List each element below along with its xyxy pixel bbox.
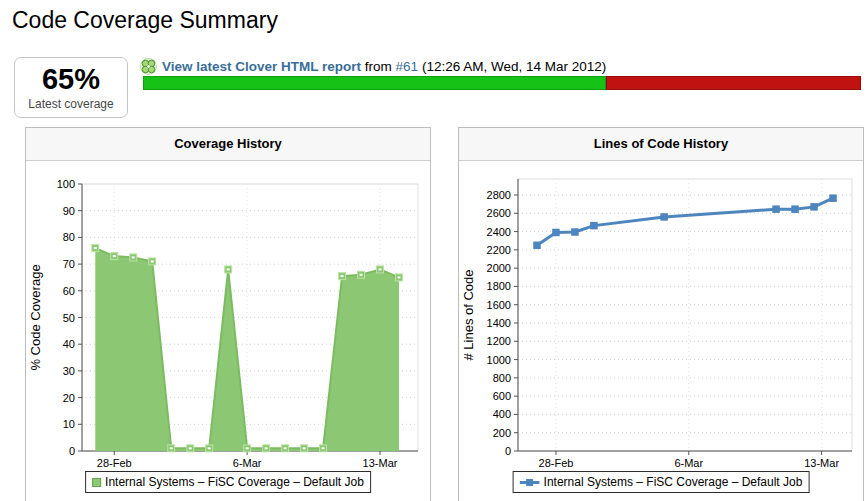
- svg-text:% Code Coverage: % Code Coverage: [28, 264, 43, 370]
- svg-text:1200: 1200: [487, 335, 511, 347]
- svg-text:6-Mar: 6-Mar: [674, 457, 703, 469]
- lines-of-code-chart: 0200400600800100012001400160018002000220…: [459, 161, 863, 501]
- svg-text:2000: 2000: [487, 262, 511, 274]
- svg-text:60: 60: [63, 285, 75, 297]
- panel-coverage-history: Coverage History 01020304050607080901002…: [25, 127, 431, 501]
- clover-icon: [140, 58, 157, 75]
- build-timestamp: (12:26 AM, Wed, 14 Mar 2012): [422, 59, 606, 74]
- svg-text:13-Mar: 13-Mar: [804, 457, 839, 469]
- latest-coverage-box: 65% Latest coverage: [14, 57, 128, 118]
- panel-lines-of-code-history: Lines of Code History 020040060080010001…: [458, 127, 864, 501]
- build-number-link[interactable]: #61: [396, 59, 419, 74]
- coverage-bar-remainder: [606, 76, 861, 90]
- svg-text:90: 90: [63, 205, 75, 217]
- svg-text:80: 80: [63, 231, 75, 243]
- svg-text:10: 10: [63, 418, 75, 430]
- svg-text:13-Mar: 13-Mar: [363, 457, 398, 469]
- svg-text:0: 0: [69, 445, 75, 457]
- clover-report-line: View latest Clover HTML report from #61 …: [140, 57, 606, 75]
- svg-text:20: 20: [63, 392, 75, 404]
- page-title: Code Coverage Summary: [12, 7, 278, 34]
- svg-text:0: 0: [505, 445, 511, 457]
- svg-text:600: 600: [493, 390, 511, 402]
- lines-of-code-history-title: Lines of Code History: [459, 128, 863, 161]
- svg-text:28-Feb: 28-Feb: [539, 457, 574, 469]
- svg-text:2400: 2400: [487, 226, 511, 238]
- coverage-caption: Latest coverage: [28, 97, 113, 111]
- coverage-history-chart: 010203040506070809010028-Feb6-Mar13-Mar%…: [26, 161, 430, 501]
- svg-text:200: 200: [493, 427, 511, 439]
- svg-text:100: 100: [57, 178, 75, 190]
- svg-text:2200: 2200: [487, 244, 511, 256]
- coverage-history-legend: Internal Systems – FiSC Coverage – Defau…: [85, 471, 371, 493]
- from-word: from: [365, 59, 392, 74]
- svg-text:1400: 1400: [487, 317, 511, 329]
- svg-text:1800: 1800: [487, 280, 511, 292]
- svg-text:70: 70: [63, 258, 75, 270]
- lines-of-code-legend: Internal Systems – FiSC Coverage – Defau…: [513, 471, 810, 493]
- svg-text:40: 40: [63, 338, 75, 350]
- svg-text:# Lines of Code: # Lines of Code: [461, 269, 476, 360]
- legend-label: Internal Systems – FiSC Coverage – Defau…: [544, 475, 803, 489]
- svg-text:6-Mar: 6-Mar: [233, 457, 262, 469]
- svg-text:800: 800: [493, 372, 511, 384]
- svg-text:1600: 1600: [487, 299, 511, 311]
- legend-label: Internal Systems – FiSC Coverage – Defau…: [105, 475, 364, 489]
- svg-text:2800: 2800: [487, 189, 511, 201]
- coverage-bar-fill: [143, 76, 606, 90]
- svg-text:30: 30: [63, 365, 75, 377]
- svg-text:1000: 1000: [487, 354, 511, 366]
- coverage-history-title: Coverage History: [26, 128, 430, 161]
- coverage-progress-bar: [143, 76, 861, 90]
- line-series-marker-icon: [520, 478, 540, 487]
- svg-text:28-Feb: 28-Feb: [97, 457, 132, 469]
- clover-report-link[interactable]: View latest Clover HTML report: [162, 59, 361, 74]
- area-series-marker-icon: [92, 478, 101, 487]
- coverage-percent-value: 65%: [42, 65, 100, 94]
- svg-text:400: 400: [493, 408, 511, 420]
- svg-text:2600: 2600: [487, 207, 511, 219]
- svg-text:50: 50: [63, 312, 75, 324]
